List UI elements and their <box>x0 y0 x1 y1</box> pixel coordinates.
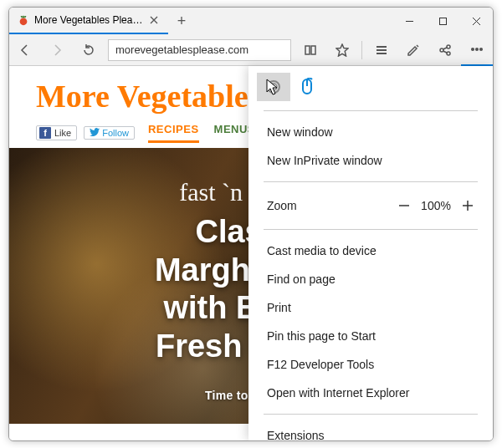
window-close-button[interactable] <box>459 8 493 34</box>
touch-mode-button[interactable] <box>257 73 290 101</box>
zoom-in-button[interactable] <box>454 194 481 217</box>
twitter-follow-button[interactable]: Follow <box>84 126 135 140</box>
browser-window: More Vegetables Please + <box>8 7 494 441</box>
refresh-button[interactable] <box>73 34 105 66</box>
svg-point-6 <box>476 48 479 50</box>
site-nav: RECIPES MENUS <box>148 123 255 143</box>
zoom-label: Zoom <box>267 199 391 212</box>
web-note-icon[interactable] <box>397 34 429 66</box>
menu-cast[interactable]: Cast media to device <box>248 237 493 265</box>
address-text: morevegetablesplease.com <box>115 43 248 56</box>
browser-tab[interactable]: More Vegetables Please <box>9 8 168 34</box>
svg-point-0 <box>20 18 28 25</box>
facebook-icon: f <box>39 127 51 139</box>
forward-button <box>41 34 73 66</box>
menu-new-inprivate[interactable]: New InPrivate window <box>248 146 493 175</box>
window-minimize-button[interactable] <box>392 8 426 34</box>
twitter-bird-icon <box>90 128 100 138</box>
menu-print[interactable]: Print <box>248 293 493 322</box>
menu-zoom-row: Zoom 100% <box>248 189 493 222</box>
toolbar-separator <box>361 41 362 59</box>
tab-title: More Vegetables Please <box>34 14 143 26</box>
menu-new-window[interactable]: New window <box>248 118 493 146</box>
address-bar[interactable]: morevegetablesplease.com <box>108 39 291 61</box>
menu-pin[interactable]: Pin this page to Start <box>248 322 493 350</box>
window-maximize-button[interactable] <box>426 8 459 34</box>
svg-point-10 <box>273 86 275 89</box>
svg-point-2 <box>440 48 443 52</box>
zoom-value: 100% <box>417 199 454 212</box>
browser-toolbar: morevegetablesplease.com <box>9 34 493 66</box>
favicon-tomato-icon <box>18 14 29 26</box>
svg-point-7 <box>480 48 483 50</box>
menu-separator <box>264 229 478 230</box>
svg-point-5 <box>472 48 474 50</box>
back-button[interactable] <box>9 34 41 66</box>
svg-point-4 <box>447 52 450 55</box>
menu-separator <box>264 110 478 111</box>
twitter-follow-label: Follow <box>102 128 129 138</box>
facebook-like-button[interactable]: f Like <box>36 125 77 140</box>
menu-open-ie[interactable]: Open with Internet Explorer <box>248 379 493 407</box>
svg-rect-1 <box>439 18 446 24</box>
menu-extensions[interactable]: Extensions <box>248 421 493 441</box>
menu-mode-row <box>248 71 493 104</box>
share-icon[interactable] <box>429 34 461 66</box>
menu-devtools[interactable]: F12 Developer Tools <box>248 350 493 379</box>
nav-recipes[interactable]: RECIPES <box>148 123 199 143</box>
new-tab-button[interactable]: + <box>168 8 195 34</box>
settings-menu: New window New InPrivate window Zoom 100… <box>248 66 493 440</box>
titlebar: More Vegetables Please + <box>9 8 493 34</box>
svg-point-3 <box>447 45 450 48</box>
facebook-like-label: Like <box>54 128 71 138</box>
favorite-star-icon[interactable] <box>326 34 358 66</box>
tab-close-icon[interactable] <box>148 14 160 26</box>
mouse-mode-button[interactable] <box>290 73 324 101</box>
menu-find[interactable]: Find on page <box>248 265 493 293</box>
more-menu-button[interactable] <box>461 34 493 66</box>
reading-view-icon[interactable] <box>295 34 326 66</box>
menu-separator <box>264 414 478 415</box>
zoom-out-button[interactable] <box>391 194 417 217</box>
hub-icon[interactable] <box>366 34 397 66</box>
menu-separator <box>264 181 478 182</box>
